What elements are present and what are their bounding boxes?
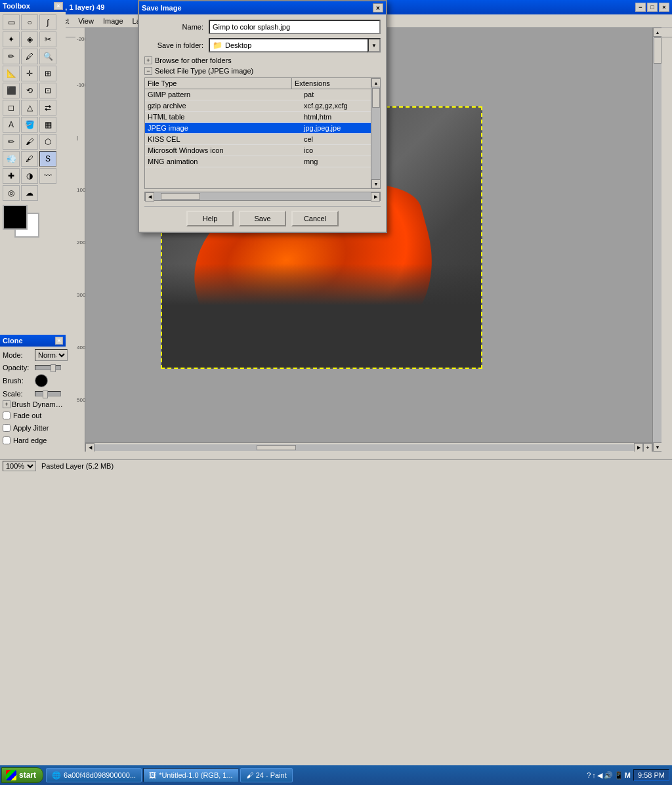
file-type-toggle[interactable]: − Select File Type (JPEG image): [144, 67, 381, 75]
ft-name-ms-icon: Microsoft Windows icon: [145, 145, 301, 156]
taskbar-item-browser[interactable]: 🌐 6a00f48d098900000...: [46, 768, 142, 782]
gimp-label: *Untitled-1.0 (RGB, 1...: [159, 771, 233, 779]
save-button[interactable]: Save: [239, 211, 286, 226]
dialog-title: Save Image: [142, 4, 373, 12]
taskbar-item-gimp[interactable]: 🖼 *Untitled-1.0 (RGB, 1...: [143, 768, 239, 782]
folder-select-wrap: 📁 Desktop ▼: [209, 38, 381, 53]
ft-name-jpeg: JPEG image: [145, 123, 301, 133]
file-type-row-mng[interactable]: MNG animation mng: [145, 156, 380, 167]
system-clock: 9:58 PM: [633, 769, 669, 781]
ft-ext-gzip: xcf.gz,gz,xcfg: [301, 100, 380, 111]
cancel-button[interactable]: Cancel: [291, 211, 339, 226]
tray-update-icon: ↑: [592, 771, 596, 779]
folder-display[interactable]: 📁 Desktop: [209, 38, 381, 53]
paint-label: 24 - Paint: [256, 771, 287, 779]
ft-name-mng: MNG animation: [145, 156, 301, 167]
save-image-dialog: Save Image × Name: Save in folder: 📁 Des…: [138, 0, 387, 233]
name-input[interactable]: [209, 20, 381, 34]
ft-scroll-up[interactable]: ▲: [371, 78, 381, 87]
file-type-row-gzip[interactable]: gzip archive xcf.gz,gz,xcfg: [145, 100, 380, 112]
browser-label: 6a00f48d098900000...: [64, 771, 136, 779]
ft-ext-gimp-pattern: pat: [301, 89, 380, 100]
folder-dropdown-arrow[interactable]: ▼: [368, 38, 381, 53]
browse-expand-button[interactable]: +: [144, 56, 152, 64]
file-type-header: File Type Extensions: [145, 78, 380, 89]
ft-name-html: HTML table: [145, 112, 301, 122]
tray-volume-icon: 🔊: [604, 771, 613, 780]
file-type-row-ms-icon[interactable]: Microsoft Windows icon ico: [145, 145, 380, 156]
ft-ext-ms-icon: ico: [301, 145, 380, 156]
tray-device-icon: 📱: [614, 771, 623, 780]
file-type-row-kiss[interactable]: KISS CEL cel: [145, 134, 380, 145]
dialog-close-button[interactable]: ×: [373, 3, 383, 12]
help-button[interactable]: Help: [186, 211, 234, 226]
tray-help-icon: ?: [587, 771, 591, 779]
file-type-hscrollbar: ◀ ▶: [144, 192, 381, 201]
dialog-titlebar[interactable]: Save Image ×: [139, 1, 386, 14]
file-type-table-container: File Type Extensions GIMP pattern pat gz…: [144, 77, 381, 189]
ft-ext-kiss: cel: [301, 134, 380, 144]
ft-name-gimp-pattern: GIMP pattern: [145, 89, 301, 100]
browse-toggle[interactable]: + Browse for other folders: [144, 56, 381, 64]
save-folder-row: Save in folder: 📁 Desktop ▼: [144, 38, 381, 53]
save-in-label: Save in folder:: [144, 41, 203, 49]
folder-icon: 📁: [213, 41, 222, 50]
windows-logo-icon: [6, 770, 16, 780]
ft-hscroll-left[interactable]: ◀: [145, 192, 154, 202]
taskbar-item-paint[interactable]: 🖌 24 - Paint: [240, 768, 293, 782]
browser-icon: 🌐: [52, 771, 61, 780]
folder-value: Desktop: [225, 41, 251, 49]
name-label: Name:: [144, 23, 203, 31]
col-extensions: Extensions: [292, 78, 371, 89]
ft-name-kiss: KISS CEL: [145, 134, 301, 144]
ft-scroll-thumb[interactable]: [372, 88, 380, 108]
file-type-row-gimp-pattern[interactable]: GIMP pattern pat: [145, 89, 380, 100]
browse-label: Browse for other folders: [155, 56, 232, 64]
taskbar-right: ? ↑ ◀ 🔊 📱 M 9:58 PM: [587, 769, 669, 781]
name-row: Name:: [144, 20, 381, 34]
file-type-label: Select File Type (JPEG image): [155, 67, 253, 75]
dialog-buttons: Help Save Cancel: [144, 206, 381, 226]
tray-network-icon: ◀: [597, 771, 602, 780]
taskbar-items: 🌐 6a00f48d098900000... 🖼 *Untitled-1.0 (…: [46, 768, 587, 782]
ft-hscroll-thumb[interactable]: [161, 193, 200, 200]
start-label: start: [19, 771, 36, 780]
ft-scroll-track: [371, 87, 380, 179]
dialog-overlay: Save Image × Name: Save in folder: 📁 Des…: [0, 0, 672, 479]
file-type-rows: GIMP pattern pat gzip archive xcf.gz,gz,…: [145, 89, 380, 189]
ft-name-gzip: gzip archive: [145, 100, 301, 111]
ft-ext-mng: mng: [301, 156, 380, 167]
tray-m-icon: M: [625, 771, 631, 779]
col-file-type: File Type: [145, 78, 292, 89]
file-type-row-jpeg[interactable]: JPEG image jpg,jpeg,jpe: [145, 123, 380, 134]
paint-icon: 🖌: [246, 771, 253, 779]
taskbar: start 🌐 6a00f48d098900000... 🖼 *Untitled…: [0, 765, 672, 785]
system-tray: ? ↑ ◀ 🔊 📱 M: [587, 771, 631, 780]
gimp-icon: 🖼: [149, 771, 156, 779]
ft-hscroll-track: [154, 192, 371, 200]
ft-hscroll-right[interactable]: ▶: [371, 192, 380, 202]
start-button[interactable]: start: [1, 767, 43, 783]
ft-ext-html: html,htm: [301, 112, 380, 122]
file-type-vscrollbar: ▲ ▼: [371, 78, 380, 188]
ft-ext-jpeg: jpg,jpeg,jpe: [301, 123, 380, 133]
file-type-expand-button[interactable]: −: [144, 67, 152, 75]
ft-scroll-down[interactable]: ▼: [371, 179, 381, 188]
file-type-row-html[interactable]: HTML table html,htm: [145, 112, 380, 123]
dialog-content: Name: Save in folder: 📁 Desktop ▼ + Brow…: [139, 14, 386, 232]
